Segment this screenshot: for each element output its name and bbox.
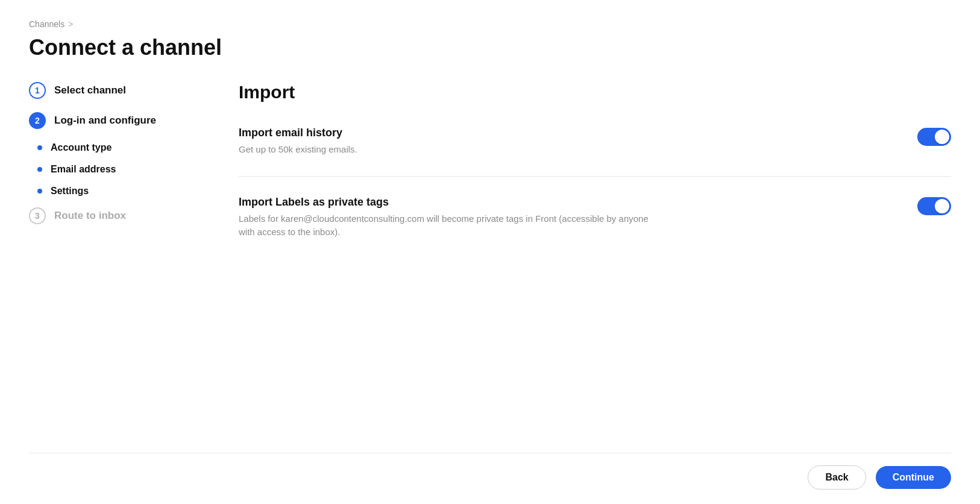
sidebar-item-settings[interactable]: Settings <box>31 186 186 197</box>
divider-1 <box>239 176 951 177</box>
toggle-row-import-labels: Import Labels as private tags Labels for… <box>239 191 951 254</box>
toggle-thumb-email-history <box>935 130 949 144</box>
step-label-login-configure: Log-in and configure <box>54 115 156 127</box>
section-title: Import <box>239 82 951 102</box>
toggle-title-labels: Import Labels as private tags <box>239 196 893 209</box>
toggle-title-email-history: Import email history <box>239 127 893 139</box>
back-button[interactable]: Back <box>808 465 865 490</box>
sub-step-label-email-address: Email address <box>51 164 116 175</box>
toggle-thumb-labels <box>935 199 949 213</box>
sidebar-item-account-type[interactable]: Account type <box>31 142 186 153</box>
sidebar-item-route-to-inbox[interactable]: 3 Route to inbox <box>29 207 186 224</box>
breadcrumb: Channels > <box>29 19 951 29</box>
breadcrumb-separator: > <box>68 19 73 29</box>
toggle-track-labels[interactable] <box>917 197 951 215</box>
page-title: Connect a channel <box>29 35 951 60</box>
sub-step-dot-settings <box>37 189 42 194</box>
toggle-switch-labels[interactable] <box>917 197 951 215</box>
footer: Back Continue <box>29 453 951 504</box>
sub-step-label-account-type: Account type <box>51 142 112 153</box>
toggle-desc-labels: Labels for karen@cloudcontentconsulting.… <box>239 212 661 239</box>
breadcrumb-parent[interactable]: Channels <box>29 19 64 29</box>
sub-step-dot-email-address <box>37 167 42 172</box>
toggle-info-labels: Import Labels as private tags Labels for… <box>239 196 917 239</box>
step-circle-1: 1 <box>29 82 46 99</box>
toggle-switch-email-history[interactable] <box>917 128 951 146</box>
sub-step-label-settings: Settings <box>51 186 89 197</box>
step-circle-2: 2 <box>29 112 46 129</box>
sidebar: 1 Select channel 2 Log-in and configure … <box>29 82 210 453</box>
toggle-desc-email-history: Get up to 50k existing emails. <box>239 143 661 157</box>
sidebar-item-email-address[interactable]: Email address <box>31 164 186 175</box>
toggle-row-import-email-history: Import email history Get up to 50k exist… <box>239 122 951 171</box>
toggle-track-email-history[interactable] <box>917 128 951 146</box>
step-label-select-channel: Select channel <box>54 84 126 96</box>
step-circle-3: 3 <box>29 207 46 224</box>
sidebar-item-select-channel[interactable]: 1 Select channel <box>29 82 186 99</box>
main-content: Import Import email history Get up to 50… <box>210 82 951 453</box>
continue-button[interactable]: Continue <box>876 466 951 489</box>
toggle-info-email-history: Import email history Get up to 50k exist… <box>239 127 917 157</box>
sidebar-item-login-configure[interactable]: 2 Log-in and configure <box>29 112 186 129</box>
step-label-route-to-inbox: Route to inbox <box>54 210 126 222</box>
sub-step-dot-account-type <box>37 145 42 150</box>
